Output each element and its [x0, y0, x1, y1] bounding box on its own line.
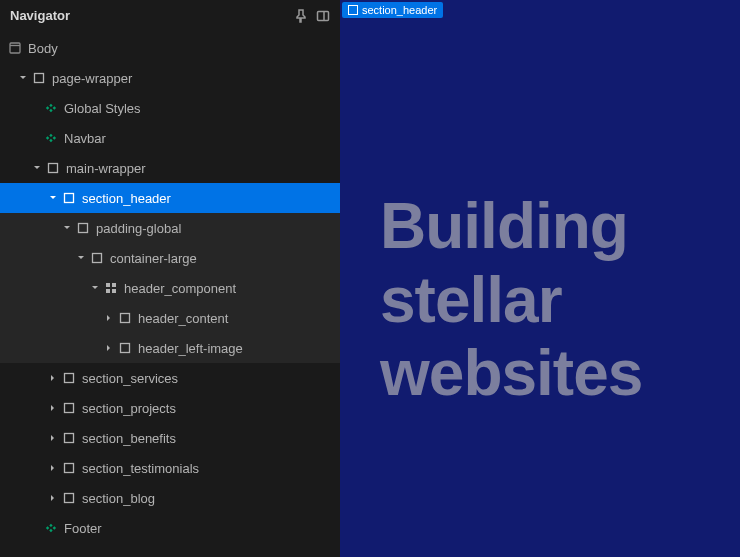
collapse-toggle-icon[interactable]	[90, 283, 100, 293]
div-icon	[62, 431, 76, 445]
tree-label: section_services	[82, 371, 178, 386]
svg-rect-15	[65, 374, 74, 383]
svg-rect-8	[93, 254, 102, 263]
tree-label: header_left-image	[138, 341, 243, 356]
tree-label: header_component	[124, 281, 236, 296]
div-icon	[62, 401, 76, 415]
expand-toggle-icon[interactable]	[48, 403, 58, 413]
svg-rect-9	[106, 283, 110, 287]
div-icon	[46, 161, 60, 175]
tree-item-main-wrapper[interactable]: main-wrapper	[0, 153, 340, 183]
navigator-panel: Navigator Body page-wrapper Global Style…	[0, 0, 340, 557]
svg-rect-5	[49, 164, 58, 173]
tree-item-section-testimonials[interactable]: section_testimonials	[0, 453, 340, 483]
svg-rect-13	[121, 314, 130, 323]
tree-item-header-component[interactable]: header_component	[0, 273, 340, 303]
expand-toggle-icon[interactable]	[48, 373, 58, 383]
svg-rect-18	[65, 464, 74, 473]
symbol-icon	[44, 101, 58, 115]
panel-title: Navigator	[10, 8, 70, 23]
svg-rect-12	[112, 289, 116, 293]
div-icon	[62, 191, 76, 205]
tree-item-container-large[interactable]: container-large	[0, 243, 340, 273]
svg-rect-10	[112, 283, 116, 287]
div-icon	[62, 491, 76, 505]
panel-header: Navigator	[0, 0, 340, 31]
tree-item-body[interactable]: Body	[0, 33, 340, 63]
div-icon	[118, 341, 132, 355]
div-icon	[90, 251, 104, 265]
pin-icon[interactable]	[294, 9, 308, 23]
div-icon	[62, 461, 76, 475]
tree-label: container-large	[110, 251, 197, 266]
panel-actions	[294, 9, 330, 23]
tree-label: header_content	[138, 311, 228, 326]
tree-label: section_benefits	[82, 431, 176, 446]
hero-line: websites	[380, 337, 642, 411]
tree-label: Navbar	[64, 131, 106, 146]
collapse-toggle-icon[interactable]	[48, 193, 58, 203]
expand-toggle-icon[interactable]	[48, 463, 58, 473]
tree-label: main-wrapper	[66, 161, 145, 176]
svg-rect-7	[79, 224, 88, 233]
tree-label: Global Styles	[64, 101, 141, 116]
collapse-toggle-icon[interactable]	[32, 163, 42, 173]
tree-label: section_testimonials	[82, 461, 199, 476]
hero-heading[interactable]: Building stellar websites	[380, 190, 642, 411]
tree-label: section_blog	[82, 491, 155, 506]
div-icon	[32, 71, 46, 85]
expand-toggle-icon[interactable]	[104, 343, 114, 353]
div-icon	[348, 5, 358, 15]
sidebar-toggle-icon[interactable]	[316, 9, 330, 23]
svg-rect-16	[65, 404, 74, 413]
tree-item-section-services[interactable]: section_services	[0, 363, 340, 393]
tree-item-footer[interactable]: Footer	[0, 513, 340, 543]
selection-tag-label: section_header	[362, 4, 437, 16]
div-icon	[62, 371, 76, 385]
div-icon	[118, 311, 132, 325]
tree-label: page-wrapper	[52, 71, 132, 86]
tree-item-section-benefits[interactable]: section_benefits	[0, 423, 340, 453]
tree-item-section-projects[interactable]: section_projects	[0, 393, 340, 423]
tree-label: Footer	[64, 521, 102, 536]
tree-label: section_projects	[82, 401, 176, 416]
collapse-toggle-icon[interactable]	[62, 223, 72, 233]
tree-label: Body	[28, 41, 58, 56]
tree-item-header-left-image[interactable]: header_left-image	[0, 333, 340, 363]
expand-toggle-icon[interactable]	[104, 313, 114, 323]
svg-rect-0	[318, 11, 329, 20]
div-icon	[76, 221, 90, 235]
tree-label: padding-global	[96, 221, 181, 236]
collapse-toggle-icon[interactable]	[18, 73, 28, 83]
grid-icon	[104, 281, 118, 295]
tree-item-padding-global[interactable]: padding-global	[0, 213, 340, 243]
symbol-icon	[44, 131, 58, 145]
svg-rect-6	[65, 194, 74, 203]
svg-rect-17	[65, 434, 74, 443]
tree-item-header-content[interactable]: header_content	[0, 303, 340, 333]
selection-tag[interactable]: section_header	[342, 2, 443, 18]
body-icon	[8, 41, 22, 55]
svg-rect-4	[35, 74, 44, 83]
collapse-toggle-icon[interactable]	[76, 253, 86, 263]
symbol-icon	[44, 521, 58, 535]
tree-item-section-blog[interactable]: section_blog	[0, 483, 340, 513]
navigator-tree: Body page-wrapper Global Styles Navbar m…	[0, 31, 340, 557]
svg-rect-2	[10, 43, 20, 53]
expand-toggle-icon[interactable]	[48, 433, 58, 443]
tree-item-global-styles[interactable]: Global Styles	[0, 93, 340, 123]
tree-item-section-header[interactable]: section_header	[0, 183, 340, 213]
svg-rect-11	[106, 289, 110, 293]
expand-toggle-icon[interactable]	[48, 493, 58, 503]
canvas-preview[interactable]: section_header Building stellar websites	[340, 0, 740, 557]
hero-line: Building	[380, 190, 642, 264]
svg-rect-19	[65, 494, 74, 503]
hero-line: stellar	[380, 264, 642, 338]
tree-item-page-wrapper[interactable]: page-wrapper	[0, 63, 340, 93]
tree-label: section_header	[82, 191, 171, 206]
tree-item-navbar[interactable]: Navbar	[0, 123, 340, 153]
svg-rect-14	[121, 344, 130, 353]
